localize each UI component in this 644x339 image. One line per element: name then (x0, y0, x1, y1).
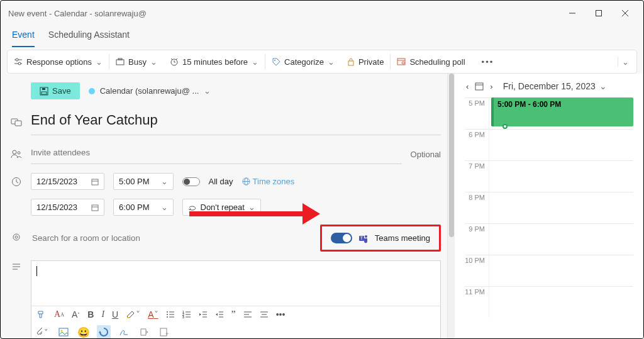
more-options-button[interactable]: ••• (472, 50, 504, 73)
tab-event[interactable]: Event (12, 26, 35, 47)
bullets-button[interactable] (166, 311, 175, 318)
time-grid[interactable]: 5:00 PM - 6:00 PM 5 PM 6 PM 7 PM 8 PM 9 … (465, 97, 633, 335)
insert-image-button[interactable] (57, 325, 70, 338)
description-textarea[interactable] (31, 261, 440, 306)
insert-emoji-button[interactable]: 😀 (77, 325, 91, 338)
busy-label: Busy (128, 57, 147, 67)
numbered-list-button[interactable]: 123 (182, 311, 191, 318)
all-day-toggle[interactable] (182, 177, 200, 186)
location-icon (11, 233, 22, 243)
calendar-icon (91, 178, 99, 186)
repeat-label: Don't repeat (201, 203, 245, 212)
svg-line-13 (171, 58, 172, 60)
end-time-picker[interactable]: 6:00 PM ⌄ (113, 199, 173, 216)
calendar-color-dot (89, 88, 95, 94)
svg-rect-47 (127, 317, 130, 318)
svg-point-7 (18, 62, 21, 65)
titlebar: New event - Calendar - solanrewaju@ (1, 1, 643, 26)
time-zones-button[interactable]: Time zones (242, 177, 295, 186)
close-button[interactable] (614, 4, 636, 22)
format-painter-button[interactable] (36, 309, 47, 320)
teams-meeting-toggle[interactable] (331, 233, 352, 243)
hour-label: 10 PM (465, 255, 489, 286)
end-date-value: 12/15/2023 (36, 203, 77, 212)
font-size-button[interactable]: A˅ (72, 309, 80, 320)
save-icon (40, 87, 48, 96)
svg-point-50 (167, 314, 168, 315)
scrollbar-thumb[interactable] (449, 74, 454, 237)
hour-label: 7 PM (465, 161, 489, 192)
chevron-down-icon: ⌄ (252, 57, 258, 67)
window-controls (562, 4, 636, 22)
maximize-button[interactable] (588, 4, 609, 22)
main-tabs: Event Scheduling Assistant (1, 26, 643, 47)
busy-status-button[interactable]: Busy ⌄ (109, 50, 164, 73)
optional-attendees-button[interactable]: Optional (411, 150, 441, 159)
start-time-value: 5:00 PM (119, 177, 149, 186)
ribbon-expand-button[interactable]: ⌄ (618, 57, 633, 67)
scrollbar[interactable] (447, 74, 455, 338)
attach-button[interactable]: ˅ (36, 325, 50, 338)
location-input[interactable] (31, 233, 182, 243)
svg-rect-16 (348, 61, 353, 65)
font-family-button[interactable]: AA (54, 309, 64, 320)
chevron-down-icon: ⌄ (161, 177, 168, 186)
save-button[interactable]: Save (31, 82, 80, 99)
minimize-button[interactable] (562, 4, 583, 22)
all-day-label: All day (209, 177, 233, 186)
scheduling-poll-label: Scheduling poll (409, 57, 465, 67)
day-next-button[interactable]: › (490, 82, 492, 91)
scheduling-poll-button[interactable]: Scheduling poll (391, 50, 471, 73)
categorize-button[interactable]: Categorize ⌄ (265, 50, 341, 73)
hour-label: 8 PM (465, 192, 489, 223)
align-center-button[interactable] (260, 311, 269, 318)
lock-icon (347, 57, 355, 66)
end-date-picker[interactable]: 12/15/2023 (31, 199, 104, 216)
reminder-button[interactable]: 15 minutes before ⌄ (164, 50, 265, 73)
highlight-button[interactable]: ˅ (126, 309, 140, 320)
bold-button[interactable]: B (87, 309, 94, 320)
end-time-value: 6:00 PM (119, 203, 149, 212)
calendar-picker[interactable]: Calendar (solanrewaju@ ... ⌄ (89, 86, 211, 96)
event-title-input[interactable] (31, 108, 441, 135)
globe-icon (242, 177, 250, 186)
quote-button[interactable]: ” (231, 309, 236, 320)
calendar-icon (91, 204, 99, 211)
font-color-button[interactable]: A˅ (148, 309, 158, 320)
start-date-picker[interactable]: 12/15/2023 (31, 173, 104, 190)
apps-button[interactable]: + (157, 325, 171, 338)
svg-marker-60 (199, 313, 201, 316)
align-left-button[interactable] (243, 311, 252, 318)
underline-button[interactable]: U (112, 309, 118, 320)
insert-loop-button[interactable] (97, 325, 111, 338)
start-time-picker[interactable]: 5:00 PM ⌄ (113, 173, 173, 190)
response-options-button[interactable]: Response options ⌄ (8, 50, 109, 73)
chevron-down-icon: ⌄ (150, 57, 157, 67)
outdent-button[interactable] (199, 311, 208, 318)
svg-rect-9 (118, 58, 122, 60)
body: Save Calendar (solanrewaju@ ... ⌄ (1, 74, 643, 338)
invite-attendees-input[interactable] (31, 144, 402, 164)
tab-scheduling-assistant[interactable]: Scheduling Assistant (48, 26, 130, 47)
today-icon[interactable] (475, 82, 484, 91)
editor-button[interactable] (137, 325, 151, 338)
italic-button[interactable]: I (101, 309, 104, 320)
repeat-picker[interactable]: Don't repeat ⌄ (182, 199, 261, 216)
insert-toolbar: ˅ 😀 + (31, 323, 440, 338)
svg-point-5 (16, 58, 18, 61)
indent-button[interactable] (215, 311, 224, 318)
alarm-icon (170, 57, 179, 66)
clock-icon (11, 177, 22, 187)
day-prev-button[interactable]: ‹ (466, 82, 469, 91)
day-date-button[interactable]: Fri, December 15, 2023 ⌄ (503, 81, 607, 91)
day-date-label: Fri, December 15, 2023 (503, 81, 596, 91)
format-more-button[interactable]: ••• (276, 309, 286, 320)
private-button[interactable]: Private (341, 50, 390, 73)
insert-signature-button[interactable] (117, 325, 131, 338)
format-toolbar: AA A˅ B I U ˅ A˅ 123 ” ••• (31, 306, 440, 323)
svg-rect-1 (596, 11, 602, 16)
svg-point-19 (402, 62, 404, 64)
event-form-pane: Save Calendar (solanrewaju@ ... ⌄ (1, 74, 447, 338)
briefcase-icon (116, 58, 125, 65)
teams-meeting-highlight: T Teams meeting (320, 225, 441, 252)
